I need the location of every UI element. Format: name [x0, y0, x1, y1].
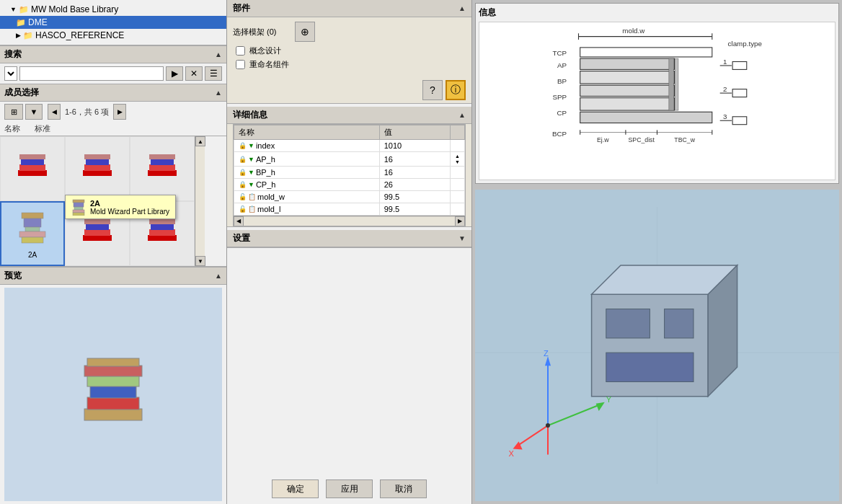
member-view-btn[interactable]: ⊞ — [4, 104, 23, 120]
svg-line-89 — [515, 425, 548, 447]
confirm-button[interactable]: 确定 — [272, 479, 319, 498]
folder-icon: 📁 — [19, 5, 29, 14]
action-buttons: 确定 应用 取消 — [227, 474, 471, 504]
table-row[interactable]: 🔒 ▼ BP_h 16 — [234, 167, 465, 179]
svg-rect-22 — [149, 229, 175, 236]
value-down-aph[interactable]: ▼ — [455, 159, 460, 164]
member-cell-2[interactable] — [65, 136, 130, 201]
cancel-button[interactable]: 取消 — [380, 479, 427, 498]
row-value-moldw[interactable]: 99.5 — [379, 191, 450, 203]
svg-rect-54 — [580, 112, 712, 123]
cell-icon-4 — [12, 209, 53, 249]
preview-collapse-btn[interactable]: ▲ — [215, 272, 222, 280]
svg-rect-52 — [675, 58, 678, 110]
nav-first-btn[interactable]: ◀ — [48, 104, 61, 120]
member-cell-4[interactable]: 2A — [0, 201, 65, 266]
apply-button[interactable]: 应用 — [326, 479, 373, 498]
search-input[interactable] — [19, 66, 164, 81]
svg-line-85 — [548, 404, 603, 425]
svg-rect-13 — [24, 218, 41, 227]
search-clear-button[interactable]: ✕ — [185, 66, 203, 81]
folder-icon-dme: 📁 — [16, 18, 26, 27]
detail-collapse-btn[interactable]: ▲ — [458, 111, 466, 119]
row-value-index[interactable]: 1010 — [379, 140, 450, 152]
nav-last-btn[interactable]: ▶ — [113, 104, 126, 120]
info-panel: 信息 mold.w clamp.type TCP AP BP — [475, 3, 839, 184]
table-row[interactable]: 🔒 ▼ CP_h 26 — [234, 179, 465, 191]
horiz-scroll-track — [244, 217, 455, 226]
svg-rect-8 — [148, 170, 177, 176]
table-horiz-scroll: ◀ ▶ — [234, 216, 465, 226]
row-label-moldl: mold_l — [257, 205, 280, 213]
tooltip-description: Mold Wizard Part Library — [90, 208, 169, 216]
detail-table: 名称 值 🔒 ▼ index 101 — [234, 125, 465, 216]
row-value-moldl[interactable]: 99.5 — [379, 203, 450, 216]
lock-icon-bph: 🔒 — [239, 169, 247, 176]
concept-design-checkbox[interactable] — [236, 46, 245, 56]
detail-table-wrapper: 名称 值 🔒 ▼ index 101 — [233, 124, 466, 226]
table-row[interactable]: 🔒 ▼ AP_h 16 ▲ ▼ — [234, 152, 465, 167]
svg-text:SPP: SPP — [553, 93, 567, 101]
search-menu-button[interactable]: ☰ — [205, 66, 222, 81]
settings-collapse-btn[interactable]: ▼ — [458, 234, 466, 242]
row-name-index: 🔒 ▼ index — [234, 140, 380, 152]
member-filter-btn[interactable]: ▼ — [25, 104, 43, 120]
svg-rect-32 — [90, 386, 136, 398]
svg-rect-3 — [19, 154, 45, 159]
row-value-aph[interactable]: 16 — [379, 152, 450, 167]
value-up-aph[interactable]: ▲ — [455, 154, 460, 159]
svg-rect-15 — [19, 231, 45, 237]
table-row[interactable]: 🔓 📋 mold_l 99.5 — [234, 203, 465, 216]
scroll-down-btn[interactable]: ▼ — [195, 256, 205, 266]
svg-marker-86 — [596, 402, 605, 411]
svg-text:3: 3 — [723, 112, 727, 120]
preview-canvas — [4, 288, 222, 501]
svg-rect-0 — [18, 170, 47, 176]
table-row[interactable]: 🔒 ▼ index 1010 — [234, 140, 465, 152]
crosshair-btn[interactable]: ⊕ — [295, 22, 315, 42]
member-cell-3[interactable] — [130, 136, 195, 201]
svg-rect-18 — [84, 229, 110, 236]
row-value-cph[interactable]: 26 — [379, 179, 450, 191]
scroll-right-btn[interactable]: ▶ — [455, 216, 465, 226]
table-row[interactable]: 🔓 📋 mold_w 99.5 — [234, 191, 465, 203]
question-btn[interactable]: ? — [422, 80, 443, 100]
rename-component-checkbox[interactable] — [236, 60, 245, 69]
svg-rect-11 — [149, 154, 175, 159]
svg-rect-25 — [73, 200, 84, 203]
member-nav: ◀ 1-6，共 6 项 ▶ — [48, 104, 126, 120]
search-go-button[interactable]: ▶ — [166, 66, 183, 81]
cell-icon-5 — [77, 213, 118, 254]
search-collapse-btn[interactable]: ▲ — [215, 50, 222, 58]
scroll-left-btn[interactable]: ◀ — [234, 216, 244, 226]
viewport-3d[interactable]: Z Y X — [475, 190, 839, 501]
cell-icon-3 — [142, 149, 182, 189]
parts-collapse-btn[interactable]: ▲ — [458, 4, 466, 12]
tooltip-info: 2A Mold Wizard Part Library — [90, 199, 169, 216]
nav-info: 1-6，共 6 项 — [62, 107, 112, 118]
info-btn[interactable]: ⓘ — [446, 80, 466, 100]
svg-text:Ej.w: Ej.w — [597, 136, 609, 143]
arrow-icon-bph: ▼ — [248, 169, 254, 176]
row-name-moldl: 🔓 📋 mold_l — [234, 203, 380, 216]
sheet-icon-moldw: 📋 — [248, 193, 256, 200]
svg-rect-50 — [580, 98, 675, 110]
row-scroll-aph: ▲ ▼ — [451, 152, 465, 167]
member-collapse-btn[interactable]: ▲ — [215, 89, 222, 97]
tree-item-dme[interactable]: 📁 DME — [0, 16, 226, 29]
tree-item-mw-mold-base[interactable]: ▼ 📁 MW Mold Base Library — [0, 3, 226, 16]
tree-item-hasco[interactable]: ▶ 📁 HASCO_REFERENCE — [0, 29, 226, 42]
member-cell-1[interactable] — [0, 136, 65, 201]
svg-rect-30 — [84, 409, 142, 420]
scroll-up-btn[interactable]: ▲ — [195, 136, 205, 146]
settings-title: 设置 — [233, 232, 250, 244]
grid-scrollbar: ▲ ▼ — [195, 136, 205, 266]
cell-icon-6 — [142, 213, 182, 254]
tree-item-hasco-label: HASCO_REFERENCE — [35, 30, 124, 40]
row-value-bph[interactable]: 16 — [379, 167, 450, 179]
search-dropdown[interactable] — [4, 66, 17, 81]
right-panel: 信息 mold.w clamp.type TCP AP BP — [472, 0, 842, 504]
row-name-cph: 🔒 ▼ CP_h — [234, 179, 380, 191]
info-title: 信息 — [479, 6, 836, 19]
svg-text:2: 2 — [723, 85, 727, 93]
